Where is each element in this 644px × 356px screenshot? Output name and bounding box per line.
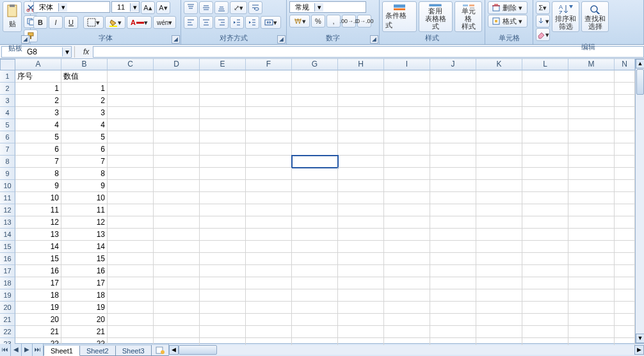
cell-M18[interactable] — [568, 277, 615, 289]
cell-L5[interactable] — [522, 119, 568, 131]
cell-M21[interactable] — [568, 314, 615, 326]
row-header[interactable]: 3 — [0, 95, 15, 107]
cell-I11[interactable] — [384, 192, 430, 204]
cell-H12[interactable] — [338, 204, 384, 216]
cell-F5[interactable] — [246, 119, 292, 131]
cell-J9[interactable] — [430, 168, 476, 180]
cell-N17[interactable] — [615, 265, 635, 277]
cell-N22[interactable] — [615, 326, 635, 338]
cell-F10[interactable] — [246, 180, 292, 192]
cell-E13[interactable] — [200, 216, 246, 229]
cell-E18[interactable] — [200, 277, 246, 289]
cell-A6[interactable]: 5 — [15, 131, 61, 143]
scroll-right-button[interactable]: ▶ — [634, 345, 644, 355]
cell-N3[interactable] — [615, 95, 635, 107]
scroll-up-button[interactable]: ▲ — [636, 59, 644, 69]
row-header[interactable]: 14 — [0, 229, 15, 241]
cell-H17[interactable] — [338, 265, 384, 277]
cell-E5[interactable] — [200, 119, 246, 131]
cell-C5[interactable] — [108, 119, 154, 131]
cell-E9[interactable] — [200, 168, 246, 180]
cell-M20[interactable] — [568, 302, 615, 314]
tab-prev-button[interactable]: ◀ — [11, 344, 22, 356]
cell-F6[interactable] — [246, 131, 292, 143]
cell-H9[interactable] — [338, 168, 384, 180]
select-all-corner[interactable] — [0, 59, 15, 70]
cell-F7[interactable] — [246, 143, 292, 156]
row-header[interactable]: 13 — [0, 216, 15, 229]
cell-N14[interactable] — [615, 229, 635, 241]
cell-G19[interactable] — [292, 289, 338, 302]
cell-I9[interactable] — [384, 168, 430, 180]
cell-J1[interactable] — [430, 70, 476, 83]
row-header[interactable]: 18 — [0, 277, 15, 289]
cell-I16[interactable] — [384, 253, 430, 265]
cell-E17[interactable] — [200, 265, 246, 277]
cell-F8[interactable] — [246, 156, 292, 168]
cell-J10[interactable] — [430, 180, 476, 192]
cell-D12[interactable] — [154, 204, 200, 216]
cell-D16[interactable] — [154, 253, 200, 265]
column-header-F[interactable]: F — [246, 59, 292, 70]
cell-F9[interactable] — [246, 168, 292, 180]
merge-button[interactable]: ▾ — [261, 16, 281, 29]
cell-K19[interactable] — [476, 289, 522, 302]
cell-F16[interactable] — [246, 253, 292, 265]
cell-N21[interactable] — [615, 314, 635, 326]
cell-E11[interactable] — [200, 192, 246, 204]
column-header-I[interactable]: I — [384, 59, 430, 70]
column-header-B[interactable]: B — [61, 59, 108, 70]
column-header-C[interactable]: C — [108, 59, 154, 70]
cell-I5[interactable] — [384, 119, 430, 131]
cell-C11[interactable] — [108, 192, 154, 204]
fill-color-button[interactable]: ▾ — [105, 16, 125, 29]
sheet-tab-1[interactable]: Sheet1 — [44, 346, 80, 356]
cell-M2[interactable] — [568, 83, 615, 95]
cell-E10[interactable] — [200, 180, 246, 192]
cell-L16[interactable] — [522, 253, 568, 265]
cell-N12[interactable] — [615, 204, 635, 216]
cell-M15[interactable] — [568, 241, 615, 253]
cell-G15[interactable] — [292, 241, 338, 253]
tab-next-button[interactable]: ▶ — [22, 344, 33, 356]
cell-A17[interactable]: 16 — [15, 265, 61, 277]
column-header-J[interactable]: J — [430, 59, 476, 70]
cell-B10[interactable]: 9 — [61, 180, 108, 192]
cell-A22[interactable]: 21 — [15, 326, 61, 338]
cell-J12[interactable] — [430, 204, 476, 216]
cell-F4[interactable] — [246, 107, 292, 119]
cell-L2[interactable] — [522, 83, 568, 95]
find-select-button[interactable]: 查找和 选择 — [581, 1, 609, 32]
cell-G10[interactable] — [292, 180, 338, 192]
cell-L13[interactable] — [522, 216, 568, 229]
column-header-L[interactable]: L — [522, 59, 568, 70]
cell-D3[interactable] — [154, 95, 200, 107]
cell-M11[interactable] — [568, 192, 615, 204]
cell-D10[interactable] — [154, 180, 200, 192]
cell-M1[interactable] — [568, 70, 615, 83]
cell-F11[interactable] — [246, 192, 292, 204]
cell-M16[interactable] — [568, 253, 615, 265]
cell-F1[interactable] — [246, 70, 292, 83]
cell-E4[interactable] — [200, 107, 246, 119]
cell-N10[interactable] — [615, 180, 635, 192]
cell-H2[interactable] — [338, 83, 384, 95]
cell-D8[interactable] — [154, 156, 200, 168]
cell-L6[interactable] — [522, 131, 568, 143]
cell-G21[interactable] — [292, 314, 338, 326]
cell-G11[interactable] — [292, 192, 338, 204]
cell-J14[interactable] — [430, 229, 476, 241]
cell-D1[interactable] — [154, 70, 200, 83]
cell-G4[interactable] — [292, 107, 338, 119]
sheet-tab-3[interactable]: Sheet3 — [115, 346, 152, 356]
vertical-scrollbar[interactable]: ▲ ▼ — [635, 59, 644, 343]
cell-L21[interactable] — [522, 314, 568, 326]
cell-C12[interactable] — [108, 204, 154, 216]
cell-N19[interactable] — [615, 289, 635, 302]
cell-N16[interactable] — [615, 253, 635, 265]
cell-N11[interactable] — [615, 192, 635, 204]
cell-F20[interactable] — [246, 302, 292, 314]
cell-B17[interactable]: 16 — [61, 265, 108, 277]
cell-B3[interactable]: 2 — [61, 95, 108, 107]
cell-J7[interactable] — [430, 143, 476, 156]
